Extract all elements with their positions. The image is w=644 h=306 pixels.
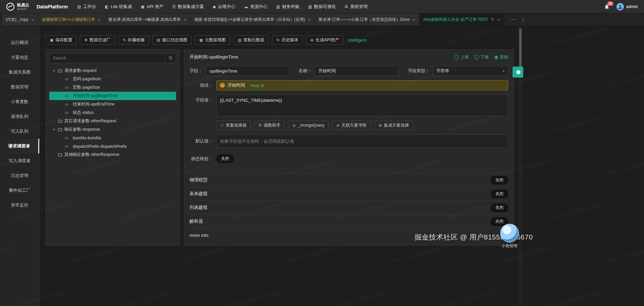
tab[interactable]: mes原材料派工作业-生产订单-TEST↻× [420,13,504,26]
brand-subtitle: QCloud [17,8,29,10]
grid-icon: ⊞ [379,123,382,128]
notification-bell-icon[interactable]: 10 [604,4,610,10]
move-down-action[interactable]: ↓下移 [474,54,489,60]
sidebar-item[interactable]: 请求队列 [0,109,39,124]
copy-metadata-button[interactable]: ▥复制元数据 [233,35,269,45]
static-map-toggle[interactable]: 关闭 [216,155,234,163]
nav-item[interactable]: ▤工作台 [77,4,96,10]
navbar-right: 10 admin [604,3,638,10]
tree-node[interactable]: 其它请求参数-otherRequest [49,117,176,125]
nav-item[interactable]: ◧Lite 轻集成 [105,4,132,10]
history-versions-button[interactable]: ↻历史版本 [272,35,303,45]
tab[interactable]: 聚水潭-订单——>小满-订单（发货状态回传）Done× [315,13,420,26]
sidebar-item[interactable]: 日志管理 [0,168,39,183]
action-label: 复制 [500,54,508,60]
generate-api-asset-button[interactable]: ⊕生成API资产 [306,35,343,45]
name-input[interactable] [315,66,399,76]
nav-item[interactable]: ▥财务对账 [276,4,300,10]
tree-node[interactable]: Str状态-status [49,108,176,117]
tree-node[interactable]: 其他响应参数-otherResponse [49,150,176,159]
scrollbar-thumb[interactable] [519,29,522,68]
sidebar-item[interactable]: 异常监控 [0,198,39,213]
tree-node[interactable]: ▾请求参数-request [49,67,176,75]
close-icon[interactable]: × [497,17,500,22]
interface-info-view-button[interactable]: ▤接口信息视图 [152,35,192,45]
related-scheme-field-button[interactable]: ⇄关联方案字段 [332,121,371,130]
nav-item[interactable]: ⚙系统管理 [344,4,368,10]
sidebar-item[interactable]: 方案信息 [0,50,39,65]
data-filter-button[interactable]: ⚙数据过滤厂 [80,35,115,45]
static-map-label: 静态映射： [190,156,213,162]
close-icon[interactable]: × [183,17,187,22]
tabs-more-icon[interactable]: ⋯ [509,16,518,23]
field-input[interactable] [206,66,290,76]
close-icon[interactable]: × [98,17,101,22]
close-icon[interactable]: × [31,17,34,22]
metadata-view-button[interactable]: ▦元数据视图 [195,35,230,45]
tabs-menu-icon[interactable]: ⋮ [519,16,528,23]
tab[interactable]: 聚水潭-其他出库单-->畅捷通-其他出库单× [105,13,191,26]
left-sidebar: 运行概况方案信息集成关系图数据管理小青查数请求队列写入队列请求调度者写入调度者日… [0,26,40,306]
sidebar-item[interactable]: 事件加工厂 [0,183,39,198]
variable-selector-button[interactable]: ▽变量选择器 [216,121,251,130]
copy-action[interactable]: ▣复制 [494,54,508,60]
sidebar-item[interactable]: 写入调度者 [0,154,39,168]
warning-icon: ! [220,83,225,88]
help-link[interactable]: Help ▤ [250,83,264,88]
tree-node[interactable]: StrdispatchPrefix-dispatchPrefix [49,142,176,150]
qcloud-logo-icon [6,2,15,11]
sidebar-item[interactable]: 运行概况 [0,35,39,50]
tree-node[interactable]: Str开始时间-updBeginTime [49,92,176,100]
section-toggle[interactable]: 关闭 [491,190,508,198]
nav-item[interactable]: ▣API 资产 [141,4,164,10]
tree-node[interactable]: StrbomNo-bomNo [49,134,176,142]
down-icon: ↓ [474,55,479,59]
section-row: 解析器关闭 [190,214,508,228]
user-menu[interactable]: admin [616,3,638,10]
tool-label: 变量选择器 [225,123,247,128]
sidebar-item[interactable]: 请求调度者 [0,139,39,154]
caret-down-icon[interactable]: ▾ [52,128,56,131]
refresh-icon[interactable]: ↻ [491,17,494,22]
move-up-action[interactable]: ↑上移 [454,54,469,60]
tab[interactable]: (代发) _copy× [2,13,38,26]
section-toggle[interactable]: 关闭 [491,204,508,212]
nav-item[interactable]: ☰数据集成方案 [172,4,204,10]
tab[interactable]: 领星-发货结算报告=>金蝶云星空-销售出库单（日本站）(在用)× [191,13,315,26]
save-config-button[interactable]: ▣保存配置 [46,35,76,45]
nav-item[interactable]: ▧数据可视化 [308,4,336,10]
integration-scheme-select-button[interactable]: ⊞集成方案选择 [374,121,413,130]
tree-node[interactable]: Str结束时间-updEndTime [49,100,176,108]
mongo-query-button[interactable]: ◎_mongoQuery [288,121,329,130]
intelligent-label[interactable]: intelligent [348,38,367,43]
tree-node[interactable]: Str页数-pageSize [49,83,176,92]
string-type-badge: Str [65,78,71,81]
close-icon[interactable]: × [308,17,311,22]
section-toggle[interactable]: 关闭 [491,176,508,184]
field-value-textarea[interactable]: {{LAST_SYNC_TIME|datetime}} [216,95,508,116]
tree-node[interactable]: ▾响应参数-response [49,125,176,134]
save-icon: ▣ [50,38,53,42]
tree-node[interactable]: Str页码-pageNum [49,75,176,83]
settings-gear-button[interactable] [513,67,523,78]
sidebar-item[interactable]: 数据管理 [0,80,39,94]
caret-down-icon[interactable]: ▾ [52,69,56,73]
sidebar-item[interactable]: 集成关系图 [0,65,39,80]
sidebar-item[interactable]: 小青查数 [0,94,39,109]
help-doc-icon: ▤ [261,83,264,88]
close-icon[interactable]: × [412,17,416,22]
function-helper-button[interactable]: fx函数助手 [254,121,285,130]
product-title: DataPlatform [37,4,68,9]
assistant-mascot[interactable]: 小青助理 [499,224,520,249]
nav-item[interactable]: ◆运维中心 [213,4,235,10]
brand-logo[interactable]: 轻易云 QCloud [6,2,29,11]
tab[interactable]: 金蝶销售订单=>小满销售订单× [38,13,105,26]
sidebar-item[interactable]: 写入队列 [0,124,39,139]
tree-search-input[interactable] [50,56,165,60]
default-value-input[interactable] [216,134,508,148]
search-icon[interactable] [165,53,176,63]
ops-center-icon: ◆ [213,4,216,9]
leak-fix-button[interactable]: ✎补漏措施 [118,35,149,45]
field-type-select[interactable]: 字符串 ▾ [433,66,508,76]
nav-item[interactable]: ☁资源中心 [244,4,268,10]
